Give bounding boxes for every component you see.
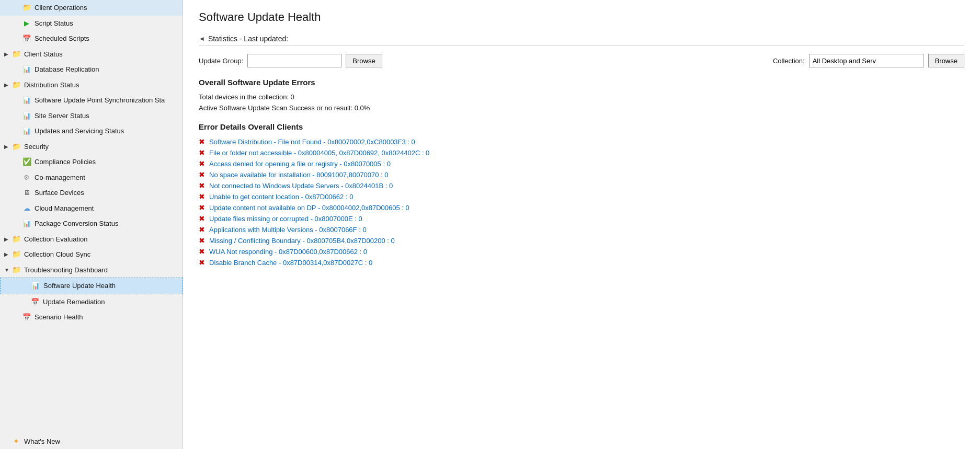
sidebar-item-software-update-sync[interactable]: ▶📊Software Update Point Synchronization … — [0, 93, 183, 108]
sidebar-item-scenario-health[interactable]: ▶📅Scenario Health — [0, 309, 183, 325]
sidebar: ▶📁Client Operations▶▶Script Status▶📅Sche… — [0, 0, 183, 449]
sidebar-item-client-status[interactable]: ▶📁Client Status — [0, 47, 183, 62]
error-link-err3[interactable]: Access denied for opening a file or regi… — [209, 160, 391, 168]
sidebar-item-update-remediation[interactable]: ▶📅Update Remediation — [0, 294, 183, 310]
error-item-err11: ✖WUA Not responding - 0x87D00600,0x87D00… — [199, 247, 964, 256]
sidebar-item-package-conversion[interactable]: ▶📊Package Conversion Status — [0, 216, 183, 232]
update-group-filter: Update Group: Browse — [199, 54, 382, 67]
error-item-err10: ✖Missing / Conflicting Boundary - 0x8007… — [199, 236, 964, 245]
sidebar-item-label: Software Update Health — [43, 281, 116, 291]
sidebar-item-label: Cloud Management — [35, 203, 94, 214]
folder-icon: 📁 — [12, 234, 21, 244]
green-chart-icon: 📅 — [22, 313, 31, 322]
error-icon: ✖ — [199, 181, 205, 190]
error-item-err6: ✖Unable to get content location - 0x87D0… — [199, 192, 964, 201]
folder-icon: 📁 — [12, 49, 21, 59]
sidebar-item-label: Package Conversion Status — [35, 218, 118, 229]
collection-label: Collection: — [773, 57, 805, 65]
sidebar-item-co-management[interactable]: ▶⚙Co-management — [0, 170, 183, 186]
error-link-err6[interactable]: Unable to get content location - 0x87D00… — [209, 193, 353, 201]
error-details-title: Error Details Overall Clients — [199, 122, 964, 131]
error-item-err2: ✖File or folder not accessible - 0x80004… — [199, 148, 964, 157]
sidebar-item-software-update-health[interactable]: ▶📊Software Update Health — [0, 278, 183, 294]
sidebar-item-label: Database Replication — [35, 64, 99, 75]
sidebar-item-security[interactable]: ▶📁Security — [0, 139, 183, 155]
sidebar-item-label: Scenario Health — [35, 312, 83, 323]
error-icon: ✖ — [199, 247, 205, 256]
sidebar-item-label: Software Update Point Synchronization St… — [35, 95, 165, 106]
collection-filter: Collection: Browse — [773, 54, 964, 67]
blue-chart-icon: 📊 — [22, 111, 31, 120]
error-link-err12[interactable]: Disable Branch Cache - 0x87D00314,0x87D0… — [209, 259, 372, 267]
green-chart-icon: 📅 — [22, 34, 31, 43]
error-icon: ✖ — [199, 225, 205, 234]
statistics-header: ◄ Statistics - Last updated: — [199, 34, 964, 45]
sidebar-item-label: Security — [24, 142, 49, 152]
sidebar-item-surface-devices[interactable]: ▶🖥Surface Devices — [0, 185, 183, 201]
sidebar-item-script-status[interactable]: ▶▶Script Status — [0, 16, 183, 31]
error-link-err1[interactable]: Software Distribution - File not Found -… — [209, 138, 415, 146]
folder-icon: 📁 — [12, 142, 21, 151]
error-link-err10[interactable]: Missing / Conflicting Boundary - 0x80070… — [209, 237, 395, 245]
sidebar-item-collection-cloud-sync[interactable]: ▶📁Collection Cloud Sync — [0, 247, 183, 262]
star-icon: ✦ — [12, 436, 21, 446]
blue-chart-icon: 📊 — [31, 281, 40, 291]
error-icon: ✖ — [199, 192, 205, 201]
collection-browse-button[interactable]: Browse — [928, 54, 964, 67]
update-group-browse-button[interactable]: Browse — [346, 54, 382, 67]
error-item-err7: ✖Update content not available on DP - 0x… — [199, 203, 964, 212]
error-link-err8[interactable]: Update files missing or corrupted - 0x80… — [209, 215, 362, 223]
error-list: ✖Software Distribution - File not Found … — [199, 137, 964, 267]
error-link-err9[interactable]: Applications with Multiple Versions - 0x… — [209, 226, 367, 234]
error-item-err5: ✖Not connected to Windows Update Servers… — [199, 181, 964, 190]
sidebar-item-distribution-status[interactable]: ▶📁Distribution Status — [0, 77, 183, 93]
error-icon: ✖ — [199, 236, 205, 245]
error-icon: ✖ — [199, 214, 205, 223]
sidebar-item-compliance-policies[interactable]: ▶✅Compliance Policies — [0, 154, 183, 170]
error-icon: ✖ — [199, 148, 205, 157]
error-link-err7[interactable]: Update content not available on DP - 0x8… — [209, 204, 409, 212]
sidebar-item-label: Collection Cloud Sync — [24, 249, 90, 260]
error-item-err3: ✖Access denied for opening a file or reg… — [199, 159, 964, 168]
page-title: Software Update Health — [199, 10, 964, 24]
sidebar-item-troubleshooting-dashboard[interactable]: ▼📁Troubleshooting Dashboard — [0, 262, 183, 278]
sidebar-item-whats-new[interactable]: ▶✦What's New — [0, 434, 183, 450]
sidebar-item-label: Surface Devices — [35, 188, 84, 198]
sidebar-item-label: Client Status — [24, 49, 63, 60]
blue-chart-icon: 📊 — [22, 219, 31, 228]
folder-icon: 📁 — [12, 80, 21, 89]
sidebar-item-label: Updates and Servicing Status — [35, 126, 124, 136]
sidebar-item-label: Co-management — [35, 172, 85, 183]
folder-icon: 📁 — [12, 265, 21, 274]
sidebar-item-label: Site Server Status — [35, 111, 89, 121]
sidebar-item-label: Troubleshooting Dashboard — [24, 265, 108, 275]
error-icon: ✖ — [199, 203, 205, 212]
folder-icon: 📁 — [12, 250, 21, 259]
collection-input[interactable] — [809, 54, 924, 67]
error-link-err5[interactable]: Not connected to Windows Update Servers … — [209, 182, 393, 190]
error-link-err11[interactable]: WUA Not responding - 0x87D00600,0x87D006… — [209, 248, 367, 256]
sidebar-item-database-replication[interactable]: ▶📊Database Replication — [0, 62, 183, 77]
expand-collapsed-icon: ▶ — [4, 250, 9, 258]
folder-icon: 📁 — [22, 3, 31, 13]
blue-chart-icon: 📊 — [22, 126, 31, 136]
main-content: Software Update Health ◄ Statistics - La… — [183, 0, 980, 449]
sidebar-item-cloud-management[interactable]: ▶☁Cloud Management — [0, 201, 183, 216]
sidebar-item-collection-evaluation[interactable]: ▶📁Collection Evaluation — [0, 232, 183, 247]
sidebar-item-client-operations[interactable]: ▶📁Client Operations — [0, 0, 183, 16]
sidebar-item-updates-servicing[interactable]: ▶📊Updates and Servicing Status — [0, 123, 183, 139]
update-group-input[interactable] — [247, 54, 341, 67]
sidebar-item-label: Script Status — [35, 18, 73, 29]
error-icon: ✖ — [199, 258, 205, 267]
sidebar-item-site-server-status[interactable]: ▶📊Site Server Status — [0, 108, 183, 124]
cloud-icon: ☁ — [22, 203, 31, 213]
error-link-err2[interactable]: File or folder not accessible - 0x800040… — [209, 149, 429, 157]
sidebar-item-label: Scheduled Scripts — [35, 33, 89, 44]
statistics-label: Statistics - Last updated: — [208, 34, 288, 43]
update-group-label: Update Group: — [199, 57, 243, 65]
error-link-err4[interactable]: No space available for installation - 80… — [209, 171, 389, 179]
statistics-arrow-icon: ◄ — [199, 35, 205, 42]
error-icon: ✖ — [199, 170, 205, 179]
sidebar-item-scheduled-scripts[interactable]: ▶📅Scheduled Scripts — [0, 31, 183, 47]
error-item-err8: ✖Update files missing or corrupted - 0x8… — [199, 214, 964, 223]
